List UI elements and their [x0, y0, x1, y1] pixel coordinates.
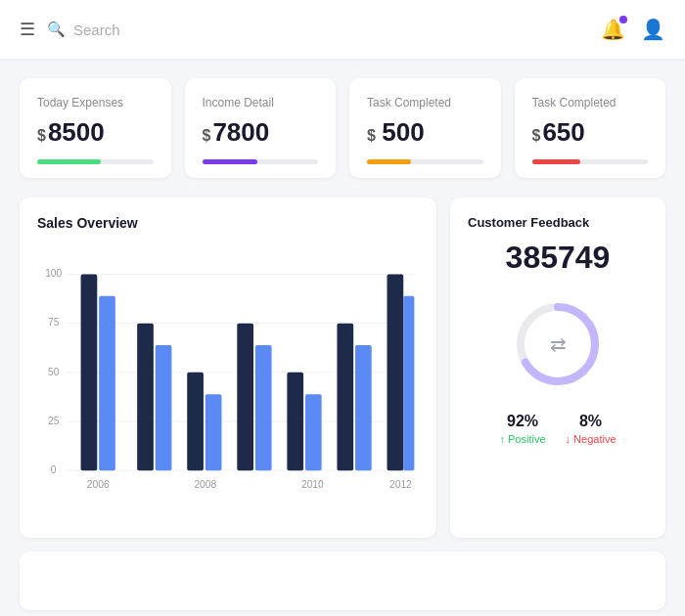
bar	[156, 345, 172, 470]
stat-value-1: $7800	[203, 117, 319, 148]
stat-label-0: Today Expenses	[37, 96, 154, 110]
notification-icon[interactable]: 🔔	[601, 18, 625, 41]
bar-chart-svg: 100 75 50 25 0	[37, 246, 419, 520]
feedback-stats: 92% ↑ Positive 8% ↓ Negative	[499, 413, 616, 445]
stat-value-2: $ 500	[367, 117, 483, 148]
sales-chart: 100 75 50 25 0	[37, 246, 419, 520]
negative-pct: 8%	[566, 413, 616, 430]
bar	[187, 373, 204, 470]
bar	[337, 324, 353, 470]
stat-card-3: Task Completed $650	[515, 78, 666, 178]
negative-label-text: Negative	[573, 433, 616, 445]
main-content: Today Expenses $8500 Income Detail $7800…	[0, 59, 685, 616]
stat-card-1: Income Detail $7800	[185, 78, 337, 178]
bar	[99, 296, 115, 470]
positive-pct: 92%	[499, 413, 545, 430]
notification-dot	[619, 16, 627, 23]
stat-bar-track-2	[367, 159, 483, 164]
bar	[388, 275, 404, 471]
stat-bar-fill-2	[367, 159, 411, 164]
stat-bar-track-3	[532, 159, 649, 164]
arrow-up-icon: ↑	[499, 433, 505, 445]
bar	[403, 296, 414, 470]
stat-card-0: Today Expenses $8500	[20, 78, 171, 178]
header-right: 🔔 👤	[601, 18, 665, 41]
stat-label-1: Income Detail	[203, 96, 319, 110]
stat-bar-track-0	[37, 159, 154, 164]
stats-row: Today Expenses $8500 Income Detail $7800…	[20, 78, 665, 178]
bar	[355, 345, 372, 470]
svg-text:50: 50	[48, 367, 60, 377]
stat-currency-3: $	[532, 127, 541, 144]
svg-text:2006: 2006	[87, 479, 110, 490]
customer-feedback-card: Customer Feedback 385749 ⇄ 92% ↑ Positiv	[450, 198, 665, 538]
feedback-number: 385749	[506, 240, 611, 276]
svg-text:2012: 2012	[389, 479, 412, 490]
negative-stat: 8% ↓ Negative	[566, 413, 616, 445]
user-icon[interactable]: 👤	[641, 18, 665, 41]
svg-text:2008: 2008	[194, 479, 216, 490]
stat-value-0: $8500	[37, 117, 154, 148]
svg-text:0: 0	[51, 464, 57, 475]
stat-currency-2: $	[367, 127, 380, 144]
stat-currency-1: $	[203, 127, 211, 144]
positive-label-text: Positive	[508, 433, 546, 445]
bar	[255, 345, 272, 470]
search-icon: 🔍	[47, 21, 66, 38]
stat-currency-0: $	[37, 127, 46, 144]
stat-card-2: Task Completed $ 500	[349, 78, 501, 178]
search-area[interactable]: 🔍 Search	[47, 21, 589, 38]
bar	[237, 324, 253, 470]
bar	[305, 394, 322, 470]
stat-bar-track-1	[203, 159, 319, 164]
bottom-row: Sales Overview 100 75 50 25 0	[20, 198, 665, 538]
menu-icon[interactable]: ☰	[20, 19, 35, 40]
stat-bar-fill-0	[37, 159, 101, 164]
sales-overview-card: Sales Overview 100 75 50 25 0	[20, 198, 436, 538]
shuffle-icon: ⇄	[550, 332, 567, 356]
partial-bottom-card	[20, 551, 665, 610]
negative-label: ↓ Negative	[566, 433, 616, 445]
stat-label-2: Task Completed	[367, 96, 483, 110]
bar	[137, 324, 154, 470]
svg-text:100: 100	[45, 268, 62, 279]
bar	[287, 373, 303, 470]
search-placeholder: Search	[73, 22, 120, 38]
header: ☰ 🔍 Search 🔔 👤	[0, 0, 685, 59]
stat-value-3: $650	[532, 117, 649, 148]
svg-text:75: 75	[48, 318, 60, 329]
feedback-title: Customer Feedback	[468, 215, 589, 230]
positive-label: ↑ Positive	[499, 433, 545, 445]
svg-text:25: 25	[48, 416, 60, 426]
stat-label-3: Task Completed	[532, 96, 649, 110]
sales-overview-title: Sales Overview	[37, 215, 419, 231]
bar	[81, 275, 98, 471]
bar	[206, 394, 222, 470]
svg-text:2010: 2010	[301, 479, 324, 490]
arrow-down-icon: ↓	[566, 433, 571, 445]
positive-stat: 92% ↑ Positive	[499, 413, 545, 445]
stat-bar-fill-3	[532, 159, 581, 164]
donut-chart: ⇄	[509, 295, 607, 393]
stat-bar-fill-1	[203, 159, 258, 164]
